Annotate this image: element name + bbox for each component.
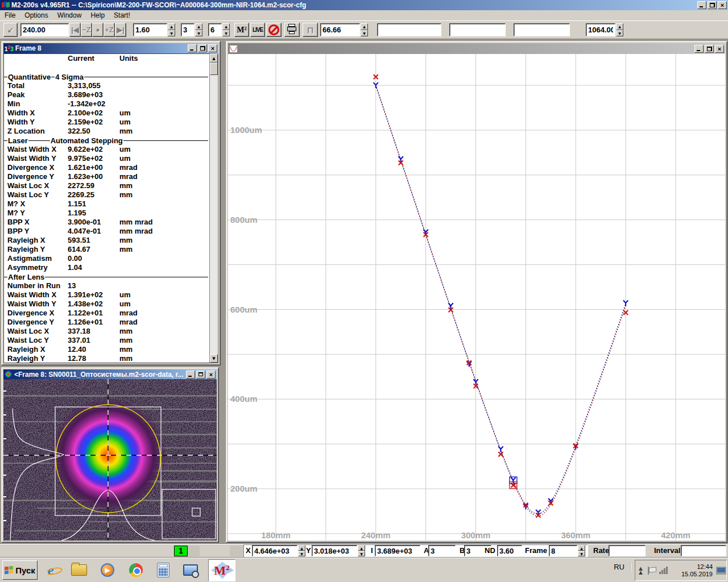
step-first-button[interactable]: |◀ [69, 23, 81, 37]
internet-explorer-icon[interactable]: e [41, 560, 60, 580]
status-spinner-y[interactable]: ▲▼ [358, 545, 365, 556]
network-signal-icon[interactable] [659, 567, 668, 574]
menu-item-help[interactable]: Help [86, 10, 109, 20]
chart-close-button[interactable]: × [715, 45, 724, 53]
average-spinner[interactable]: ▲▼ [195, 23, 202, 36]
beam-image-area[interactable] [3, 379, 217, 541]
m2-calc-button[interactable]: M² [234, 23, 249, 37]
beam-maximize-button[interactable] [196, 371, 205, 379]
status-field-interval[interactable] [681, 545, 726, 556]
table-row: Divergence Y1.126e+01mrad [4, 318, 209, 327]
z-position-input[interactable] [20, 23, 69, 36]
step-minus-z-button[interactable]: −Z [81, 23, 92, 37]
zoom-spinner[interactable]: ▲▼ [168, 23, 175, 36]
extra-input-1[interactable] [377, 23, 441, 36]
status-field-rate[interactable] [609, 545, 646, 556]
table-row: Astigmatism0.00 [4, 254, 209, 263]
m2-app-task-button[interactable]: M2 [208, 559, 235, 581]
menu-item-window[interactable]: Window [53, 10, 86, 20]
tray-clock[interactable]: 12:44 15.05.2019 [670, 563, 713, 578]
status-spinner-x[interactable]: ▲▼ [298, 545, 305, 556]
scroll-down-button[interactable]: ▼ [210, 354, 218, 363]
printer-icon [287, 26, 297, 34]
close-button[interactable]: × [718, 1, 727, 9]
table-row: Divergence X1.621e+00mrad [4, 163, 209, 172]
table-row: Waist Loc Y337.01mm [4, 336, 209, 345]
show-desktop-icon[interactable] [716, 567, 726, 575]
stop-capture-button[interactable] [266, 23, 282, 37]
wavelength-input[interactable] [586, 23, 615, 36]
zoom-input[interactable] [133, 23, 167, 36]
table-row: BPP X3.900e-01mm mrad [4, 218, 209, 227]
stop-button[interactable]: ■ [92, 23, 104, 37]
menu-item-file[interactable]: File [0, 10, 20, 20]
chart-titlebar[interactable]: × [228, 43, 725, 54]
search-tool-icon[interactable] [181, 560, 200, 580]
status-label-frame: Frame [525, 546, 547, 555]
chart-restore-button[interactable] [705, 45, 714, 53]
media-player-icon[interactable]: ▶ [98, 560, 117, 580]
table-row: Waist Width X1.391e+02um [4, 290, 209, 300]
frame8-results-window: 123 Frame 8 × CurrentUnitsQuantitative4 … [1, 41, 221, 365]
chart-plot-area[interactable]: 1000um800um600um400um200um180mm240mm300m… [228, 54, 725, 541]
app-status-bar: 1 X▲▼Y▲▼IABNDFrame▲▼RateInterval [0, 543, 728, 558]
beam-close-button[interactable]: × [206, 371, 216, 379]
status-field-frame[interactable] [549, 545, 577, 556]
x-axis-tick-label: 180mm [261, 530, 291, 540]
step-plus-z-button[interactable]: +Z [104, 23, 115, 37]
beam-titlebar[interactable]: <Frame 8: SN00011_Оптосистемы.m2-scor-da… [3, 369, 217, 379]
frame8-restore-button[interactable] [198, 44, 207, 52]
menu-item-start[interactable]: Start! [109, 10, 135, 20]
menu-item-options[interactable]: Options [20, 10, 52, 20]
scroll-thumb[interactable] [210, 63, 218, 75]
wavelength-spinner[interactable]: ▲▼ [616, 23, 623, 36]
frame8-titlebar[interactable]: 123 Frame 8 × [3, 43, 218, 53]
frame8-minimize-button[interactable] [188, 44, 197, 52]
average-input[interactable] [181, 23, 195, 36]
frames-input[interactable] [208, 23, 222, 36]
x-axis-tick-label: 300mm [461, 530, 491, 540]
chrome-icon[interactable] [126, 560, 146, 580]
frame8-results-table: CurrentUnitsQuantitative4 SigmaTotal3,31… [3, 53, 209, 363]
extra-input-2[interactable] [449, 23, 506, 36]
section-header: LaserAutomated Stepping [4, 136, 209, 145]
status-field-x[interactable] [252, 545, 297, 556]
live-button[interactable]: LIVE [250, 23, 265, 37]
file-explorer-icon[interactable] [69, 560, 89, 580]
table-row: Divergence Y1.623e+00mrad [4, 172, 209, 181]
return-to-start-button[interactable]: ↙ [3, 23, 18, 37]
gain-input[interactable] [320, 23, 360, 36]
status-label-y: Y [306, 546, 311, 555]
minimize-button[interactable] [697, 1, 706, 9]
tray-flag-icon[interactable] [647, 567, 656, 575]
start-button[interactable]: Пуск [2, 560, 38, 580]
status-field-nd[interactable] [497, 545, 522, 556]
frames-spinner[interactable]: ▲▼ [222, 23, 230, 36]
scroll-up-button[interactable]: ▲ [210, 54, 218, 63]
beam-window-icon [5, 371, 12, 378]
step-last-button[interactable]: ▶| [115, 23, 126, 37]
calculator-icon[interactable] [154, 560, 173, 580]
extra-input-3[interactable] [514, 23, 570, 36]
beam-minimize-button[interactable] [186, 371, 195, 379]
frame8-scrollbar[interactable]: ▲ ▼ [209, 53, 218, 363]
print-button[interactable] [284, 23, 300, 37]
windows-logo-icon [5, 566, 14, 575]
language-indicator[interactable]: RU [614, 563, 631, 571]
status-field-a[interactable] [428, 545, 456, 556]
chart-minimize-button[interactable] [694, 45, 704, 53]
caustic-chart: 1000um800um600um400um200um180mm240mm300m… [228, 54, 725, 541]
status-spinner-frame[interactable]: ▲▼ [578, 545, 585, 556]
gain-spinner[interactable]: ▲▼ [361, 23, 368, 36]
frame8-close-button[interactable]: × [208, 44, 217, 52]
status-field-y[interactable] [312, 545, 357, 556]
table-row: Waist Width Y1.438e+02um [4, 300, 209, 309]
tray-expand-icon[interactable]: ▲▲ [639, 567, 643, 575]
spacer-row [4, 63, 209, 72]
table-row: Width X2.100e+02um [4, 109, 209, 118]
restore-button[interactable] [708, 1, 717, 9]
mdi-workspace: 123 Frame 8 × CurrentUnitsQuantitative4 … [0, 39, 728, 543]
status-field-i[interactable] [375, 545, 420, 556]
m2-app-icon: M2 [214, 563, 229, 577]
bench-button[interactable]: ⊓ [303, 23, 318, 37]
